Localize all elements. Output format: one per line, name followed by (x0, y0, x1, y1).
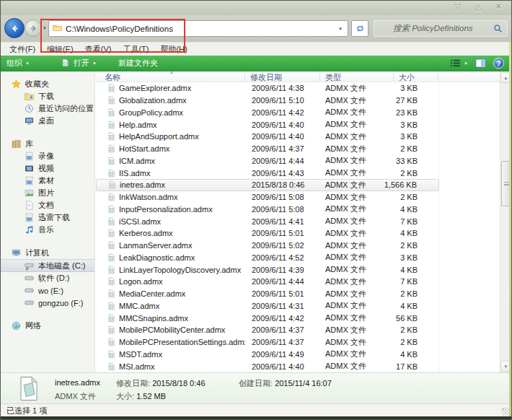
sidebar-item-libraries[interactable]: 库 (1, 138, 94, 150)
column-header-row: 名称 ▲ 修改日期 类型 大小 (96, 71, 500, 82)
file-row[interactable]: MSI.admx 2009/6/11 4:40 ADMX 文件 17 KB (96, 360, 439, 372)
sidebar-item-label: wo (E:) (38, 286, 63, 295)
file-icon (107, 157, 115, 165)
sidebar-item-pictures[interactable]: 图片 (1, 187, 94, 199)
sidebar-item-disk-e[interactable]: wo (E:) (1, 284, 94, 297)
file-type: ADMX 文件 (320, 131, 382, 142)
media-lib-icon (25, 213, 34, 222)
menu-item-help[interactable]: 帮助(H) (156, 43, 194, 56)
status-bar: 已选择 1 项 (1, 403, 511, 416)
sidebar-item-favorites[interactable]: 收藏夹 (1, 78, 94, 90)
file-name: GameExplorer.admx (119, 84, 191, 92)
file-row[interactable]: InkWatson.admx 2009/6/11 5:08 ADMX 文件 2 … (96, 191, 439, 204)
file-row[interactable]: MobilePCMobilityCenter.admx 2009/6/11 4:… (96, 324, 439, 336)
file-date-modified: 2009/6/11 4:43 (245, 169, 320, 178)
sidebar-item-music[interactable]: 音乐 (1, 224, 94, 236)
file-row[interactable]: Help.admx 2009/6/11 4:40 ADMX 文件 3 KB (96, 118, 439, 131)
file-row[interactable]: HelpAndSupport.admx 2009/6/11 4:40 ADMX … (96, 131, 439, 143)
sidebar-item-local-disk-c[interactable]: 本地磁盘 (C:) (1, 259, 94, 272)
sidebar-item-label: 文档 (38, 200, 54, 211)
folder-icon (53, 24, 62, 33)
file-row[interactable]: ICM.admx 2009/6/11 4:44 ADMX 文件 33 KB (96, 155, 439, 167)
file-row[interactable]: GameExplorer.admx 2009/6/11 4:38 ADMX 文件… (96, 82, 439, 95)
sidebar-item-recent-places[interactable]: 最近访问的位置 (1, 102, 94, 115)
file-row[interactable]: iSCSI.admx 2009/6/11 4:41 ADMX 文件 7 KB (96, 215, 439, 227)
file-date-modified: 2009/6/11 5:01 (245, 289, 320, 298)
file-row[interactable]: Globalization.admx 2009/6/11 5:10 ADMX 文… (96, 95, 439, 107)
file-row[interactable]: Kerberos.admx 2009/6/11 5:01 ADMX 文件 4 K… (96, 227, 439, 240)
menu-item-view[interactable]: 查看(V) (81, 43, 119, 56)
file-row[interactable]: LanmanServer.admx 2009/6/11 5:02 ADMX 文件… (96, 240, 439, 252)
sidebar-item-desktop[interactable]: 桌面 (1, 115, 94, 127)
sidebar-item-recordings[interactable]: 录像 (1, 150, 94, 162)
close-button[interactable]: ✕ (493, 2, 504, 12)
search-icon[interactable] (493, 24, 503, 33)
new-folder-label: 新建文件夹 (118, 58, 158, 69)
sidebar-item-network[interactable]: 网络 (1, 320, 94, 332)
menu-item-file[interactable]: 文件(F) (5, 43, 43, 56)
file-size: 23 KB (382, 108, 439, 117)
menu-item-edit[interactable]: 编辑(E) (43, 43, 81, 56)
sidebar-item-documents[interactable]: 文档 (1, 199, 94, 211)
sidebar-item-videos[interactable]: 视频 (1, 162, 94, 175)
column-header-type[interactable]: 类型 (320, 71, 394, 82)
search-input[interactable]: 搜索 PolicyDefinitions (374, 20, 508, 37)
file-icon (107, 289, 115, 298)
open-button[interactable]: 打开 ▼ (56, 56, 102, 71)
change-view-button[interactable]: ▼ (450, 58, 468, 68)
file-row[interactable]: LinkLayerTopologyDiscovery.admx 2009/6/1… (96, 263, 439, 276)
picture-icon (25, 188, 34, 198)
column-header-name[interactable]: 名称 ▲ (96, 71, 245, 82)
file-row[interactable]: IIS.admx 2009/6/11 4:43 ADMX 文件 2 KB (96, 167, 439, 179)
column-header-date-modified[interactable]: 修改日期 (245, 71, 320, 82)
file-row[interactable]: MMCSnapins.admx 2009/6/11 4:42 ADMX 文件 5… (96, 312, 439, 324)
address-bar[interactable]: C:\Windows\PolicyDefinitions ▼ (48, 20, 348, 37)
file-type: ADMX 文件 (320, 337, 382, 348)
file-size: 4 KB (382, 229, 439, 237)
file-name: iSCSI.admx (119, 217, 161, 226)
refresh-button[interactable] (351, 20, 368, 37)
sidebar-item-computer[interactable]: 计算机 (1, 247, 94, 259)
file-row[interactable]: Logon.admx 2009/6/11 4:44 ADMX 文件 7 KB (96, 276, 439, 288)
address-dropdown-icon[interactable]: ▼ (338, 27, 344, 31)
title-bar: ▽ △ ✕ (1, 1, 511, 15)
column-header-size[interactable]: 大小 (394, 71, 438, 82)
sidebar-item-downloads[interactable]: 下载 (1, 90, 94, 102)
file-row[interactable]: HotStart.admx 2009/6/11 4:37 ADMX 文件 2 K… (96, 143, 439, 155)
file-row[interactable]: MobilePCPresentationSettings.admx 2009/6… (96, 336, 439, 349)
file-icon (107, 266, 115, 274)
folder-down-icon (25, 92, 34, 101)
star-icon (12, 79, 21, 89)
sidebar-item-disk-f[interactable]: gongzuo (F:) (1, 297, 94, 309)
minimize-button[interactable]: ▽ (452, 2, 464, 12)
back-button[interactable] (4, 18, 25, 38)
help-button[interactable]: ? (493, 58, 504, 69)
file-row[interactable]: MediaCenter.admx 2009/6/11 5:01 ADMX 文件 … (96, 288, 439, 300)
file-row[interactable]: InputPersonalization.admx 2009/6/11 5:08… (96, 204, 439, 216)
sidebar-item-materials[interactable]: 素材 (1, 175, 94, 187)
history-dropdown-icon[interactable]: ▼ (43, 26, 47, 30)
file-row[interactable]: inetres.admx 2015/8/18 0:46 ADMX 文件 1,56… (96, 179, 439, 191)
scrollbar-grip (504, 182, 509, 185)
file-row[interactable]: MSDT.admx 2009/6/11 4:49 ADMX 文件 4 KB (96, 349, 439, 361)
menu-item-tools[interactable]: 工具(T) (118, 43, 156, 56)
created-value: 2015/11/4 16:07 (275, 379, 332, 388)
preview-pane-button[interactable] (475, 58, 486, 68)
file-type: ADMX 文件 (320, 167, 382, 178)
maximize-button[interactable]: △ (472, 2, 484, 12)
file-type: ADMX 文件 (320, 204, 382, 214)
file-name: LanmanServer.admx (119, 241, 193, 250)
file-row[interactable]: LeakDiagnostic.admx 2009/6/11 4:52 ADMX … (96, 252, 439, 264)
file-date-modified: 2009/6/11 4:39 (245, 266, 320, 274)
file-row[interactable]: MMC.admx 2009/6/11 4:31 ADMX 文件 4 KB (96, 300, 439, 312)
new-folder-button[interactable]: 新建文件夹 (112, 56, 164, 71)
file-row[interactable]: GroupPolicy.admx 2009/6/11 4:42 ADMX 文件 … (96, 107, 439, 119)
drive-icon (25, 286, 34, 295)
sidebar-item-disk-d[interactable]: 软件 (D:) (1, 272, 94, 284)
sidebar-item-thunder-download[interactable]: 迅雷下载 (1, 211, 94, 224)
file-name: Help.admx (119, 121, 157, 129)
file-date-modified: 2009/6/11 4:42 (245, 108, 320, 117)
address-path[interactable]: C:\Windows\PolicyDefinitions (66, 25, 335, 33)
organize-button[interactable]: 组织 ▼ (1, 56, 35, 71)
forward-button[interactable] (25, 19, 42, 37)
